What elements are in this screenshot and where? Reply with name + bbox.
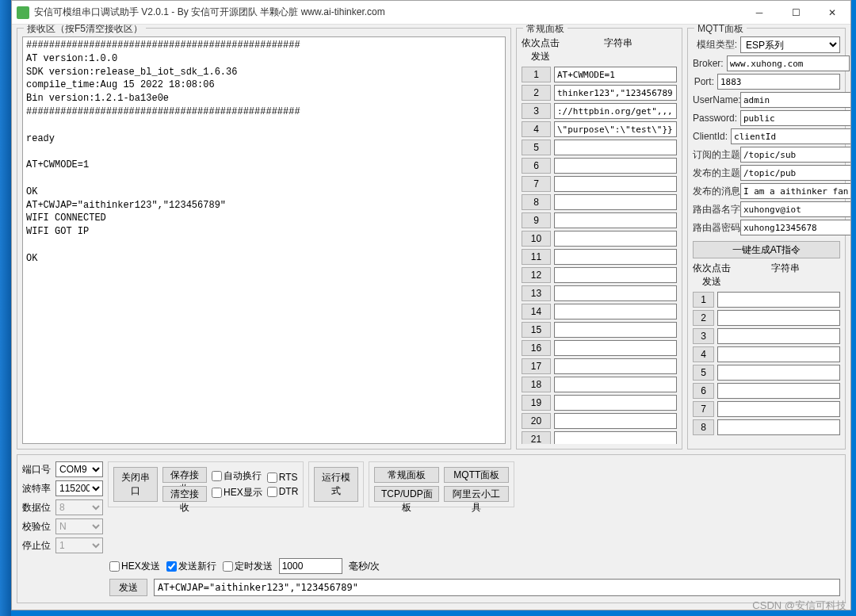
cmd-send-button[interactable]: 3 bbox=[522, 103, 551, 119]
panel-tcp-button[interactable]: TCP/UDP面板 bbox=[374, 486, 439, 502]
cmd-send-button[interactable]: 20 bbox=[522, 413, 551, 429]
mqtt-cmd-input[interactable] bbox=[717, 328, 840, 344]
cmd-input[interactable] bbox=[554, 176, 677, 192]
cmd-send-button[interactable]: 5 bbox=[522, 140, 551, 155]
mqtt-cmd-input[interactable] bbox=[717, 419, 840, 435]
stopbits-select[interactable]: 1 bbox=[55, 538, 103, 553]
mqtt-cmd-send-button[interactable]: 7 bbox=[693, 401, 714, 417]
cmd-input[interactable] bbox=[554, 431, 677, 444]
router-pwd-input[interactable] bbox=[740, 220, 850, 235]
panel-normal-button[interactable]: 常规面板 bbox=[374, 467, 439, 483]
timed-send-checkbox[interactable]: 定时发送 bbox=[223, 560, 273, 573]
close-port-button[interactable]: 关闭串口 bbox=[113, 467, 158, 502]
window-title: 安信可模组串口调试助手 V2.0.1 - By 安信可开源团队 半颗心脏 www… bbox=[34, 6, 741, 19]
cmd-input[interactable] bbox=[554, 249, 677, 265]
mqtt-cmd-send-button[interactable]: 2 bbox=[693, 310, 714, 326]
mqtt-cmd-send-button[interactable]: 6 bbox=[693, 383, 714, 399]
mqtt-cmd-send-button[interactable]: 4 bbox=[693, 346, 714, 362]
cmd-send-button[interactable]: 19 bbox=[522, 395, 551, 411]
panel-ali-button[interactable]: 阿里云小工具 bbox=[444, 486, 509, 502]
pub-topic-input[interactable] bbox=[740, 165, 850, 181]
module-type-select[interactable]: ESP系列 bbox=[740, 36, 840, 53]
cmd-input[interactable] bbox=[554, 304, 677, 319]
clientid-input[interactable] bbox=[731, 128, 850, 144]
sub-topic-input[interactable] bbox=[740, 147, 850, 163]
mqtt-cmd-send-button[interactable]: 5 bbox=[693, 365, 714, 381]
mqtt-cmd-input[interactable] bbox=[717, 401, 840, 417]
mqtt-cmd-send-button[interactable]: 8 bbox=[693, 419, 714, 435]
cmd-input[interactable] bbox=[554, 267, 677, 283]
cmd-send-button[interactable]: 17 bbox=[522, 358, 551, 374]
cmd-input[interactable] bbox=[554, 395, 677, 411]
cmd-send-button[interactable]: 12 bbox=[522, 267, 551, 283]
cmd-send-button[interactable]: 14 bbox=[522, 304, 551, 319]
clear-recv-button[interactable]: 清空接收 bbox=[162, 486, 207, 502]
password-input[interactable] bbox=[740, 110, 850, 126]
cmd-input[interactable] bbox=[554, 158, 677, 174]
cmd-input[interactable] bbox=[554, 67, 677, 82]
broker-input[interactable] bbox=[727, 55, 850, 71]
send-newline-checkbox[interactable]: 发送新行 bbox=[166, 560, 216, 573]
dtr-checkbox[interactable]: DTR bbox=[267, 486, 299, 497]
generate-at-button[interactable]: 一键生成AT指令 bbox=[693, 241, 840, 258]
cmd-input[interactable] bbox=[554, 322, 677, 338]
cmd-send-button[interactable]: 4 bbox=[522, 121, 551, 137]
send-button[interactable]: 发送 bbox=[109, 579, 147, 596]
cmd-input[interactable] bbox=[554, 121, 677, 137]
cmd-send-button[interactable]: 8 bbox=[522, 194, 551, 210]
cmd-send-button[interactable]: 16 bbox=[522, 340, 551, 356]
baud-select[interactable]: 115200 bbox=[55, 480, 103, 496]
close-button[interactable]: ✕ bbox=[814, 1, 850, 25]
cmd-input[interactable] bbox=[554, 377, 677, 392]
databits-select[interactable]: 8 bbox=[55, 499, 103, 515]
cmd-send-button[interactable]: 10 bbox=[522, 231, 551, 247]
mqtt-cmd-input[interactable] bbox=[717, 346, 840, 362]
save-recv-button[interactable]: 保存接收 bbox=[162, 467, 207, 483]
timer-input[interactable] bbox=[279, 558, 342, 574]
minimize-button[interactable]: ─ bbox=[741, 1, 778, 25]
send-input[interactable] bbox=[154, 579, 840, 596]
mqtt-cmd-input[interactable] bbox=[717, 292, 840, 308]
cmd-input[interactable] bbox=[554, 140, 677, 155]
router-name-input[interactable] bbox=[740, 201, 850, 217]
cmd-send-button[interactable]: 15 bbox=[522, 322, 551, 338]
mqtt-cmd-send-button[interactable]: 1 bbox=[693, 292, 714, 308]
mqtt-cmd-input[interactable] bbox=[717, 383, 840, 399]
cmd-input[interactable] bbox=[554, 231, 677, 247]
cmd-send-button[interactable]: 2 bbox=[522, 85, 551, 101]
pub-msg-input[interactable] bbox=[740, 183, 850, 199]
cmd-send-button[interactable]: 7 bbox=[522, 176, 551, 192]
cmd-input[interactable] bbox=[554, 285, 677, 301]
parity-select[interactable]: N bbox=[55, 518, 103, 534]
run-mode-button[interactable]: 运行模式 bbox=[314, 467, 358, 502]
mqtt-cmd-row: 5 bbox=[693, 365, 840, 381]
cmd-input[interactable] bbox=[554, 103, 677, 119]
cmd-send-button[interactable]: 9 bbox=[522, 212, 551, 228]
panel-mqtt-button[interactable]: MQTT面板 bbox=[444, 467, 509, 483]
mqtt-cmd-input[interactable] bbox=[717, 310, 840, 326]
port-input[interactable] bbox=[717, 74, 840, 90]
cmd-send-button[interactable]: 13 bbox=[522, 285, 551, 301]
cmd-send-button[interactable]: 18 bbox=[522, 377, 551, 392]
port-no-select[interactable]: COM9 bbox=[55, 461, 103, 477]
mqtt-cmd-input[interactable] bbox=[717, 365, 840, 381]
cmd-input[interactable] bbox=[554, 194, 677, 210]
mqtt-cmd-send-button[interactable]: 3 bbox=[693, 328, 714, 344]
rts-checkbox[interactable]: RTS bbox=[267, 472, 299, 483]
cmd-send-button[interactable]: 21 bbox=[522, 431, 551, 444]
username-input[interactable] bbox=[740, 92, 850, 108]
mqtt-cmd-row: 4 bbox=[693, 346, 840, 362]
cmd-input[interactable] bbox=[554, 212, 677, 228]
cmd-send-button[interactable]: 6 bbox=[522, 158, 551, 174]
auto-wrap-checkbox[interactable]: 自动换行 bbox=[212, 469, 262, 483]
cmd-input[interactable] bbox=[554, 358, 677, 374]
maximize-button[interactable]: ☐ bbox=[778, 1, 814, 25]
hex-show-checkbox[interactable]: HEX显示 bbox=[212, 486, 262, 499]
receive-textarea[interactable] bbox=[22, 36, 506, 444]
cmd-input[interactable] bbox=[554, 413, 677, 429]
cmd-input[interactable] bbox=[554, 340, 677, 356]
cmd-send-button[interactable]: 1 bbox=[522, 67, 551, 82]
cmd-input[interactable] bbox=[554, 85, 677, 101]
cmd-send-button[interactable]: 11 bbox=[522, 249, 551, 265]
hex-send-checkbox[interactable]: HEX发送 bbox=[109, 560, 160, 573]
